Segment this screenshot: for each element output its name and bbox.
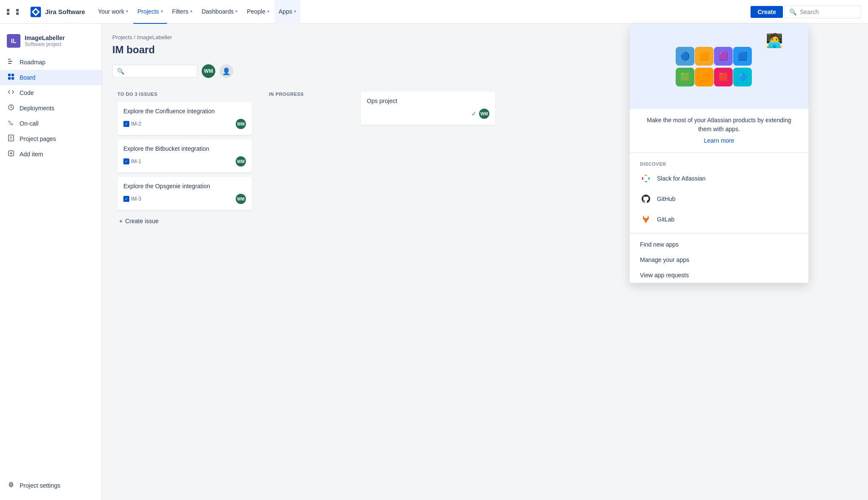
sidebar-label-roadmap: Roadmap <box>20 59 46 66</box>
create-issue-button[interactable]: + Create issue <box>117 214 252 228</box>
issue-card-im2[interactable]: Explore the Confluence integration ✓ IM-… <box>117 102 252 135</box>
svg-rect-24 <box>645 175 646 176</box>
svg-rect-23 <box>642 177 643 178</box>
svg-rect-9 <box>11 77 14 80</box>
chevron-down-icon: ▾ <box>161 9 163 14</box>
breadcrumb-separator: / <box>134 34 137 40</box>
roadmap-icon <box>7 58 15 66</box>
svg-rect-5 <box>8 63 11 64</box>
issue-checkbox: ✓ <box>123 196 129 202</box>
discover-item-label-slack: Slack for Atlassian <box>657 175 705 182</box>
sidebar-item-board[interactable]: Board <box>0 70 102 85</box>
project-header: IL ImageLabeller Software project <box>0 31 102 51</box>
issue-checkbox: ✓ <box>123 158 129 164</box>
issue-card-im3[interactable]: Explore the Opsgenie integration ✓ IM-3 … <box>117 177 252 210</box>
app-tile: 🟩 <box>676 68 694 86</box>
apps-learn-more[interactable]: Learn more <box>630 137 808 149</box>
avatar-group[interactable]: 👤 <box>220 64 233 78</box>
nav-projects[interactable]: Projects ▾ <box>133 0 167 24</box>
sidebar-item-project-settings[interactable]: Project settings <box>0 478 102 493</box>
nav-apps[interactable]: Apps ▾ <box>274 0 300 24</box>
jira-logo[interactable]: Jira Software <box>30 6 85 18</box>
board-icon <box>7 73 15 82</box>
sidebar-label-code: Code <box>20 89 34 96</box>
project-icon: IL <box>7 34 20 48</box>
view-app-requests[interactable]: View app requests <box>630 267 808 283</box>
nav-dashboards[interactable]: Dashboards ▾ <box>197 0 242 24</box>
project-settings-icon <box>7 481 15 490</box>
apps-grid-icon[interactable] <box>7 9 25 15</box>
add-item-icon <box>7 150 15 158</box>
find-new-apps[interactable]: Find new apps <box>630 237 808 252</box>
svg-rect-3 <box>8 59 11 60</box>
sidebar-label-add-item: Add item <box>20 151 43 158</box>
column-todo: TO DO 3 ISSUES Explore the Confluence in… <box>112 86 257 233</box>
sidebar-item-project-pages[interactable]: Project pages <box>0 131 102 147</box>
sidebar-item-roadmap[interactable]: Roadmap <box>0 55 102 70</box>
discover-item-slack[interactable]: Slack for Atlassian <box>630 168 808 189</box>
github-icon <box>640 193 652 205</box>
issue-assignee-avatar: WM <box>236 156 246 167</box>
column-header-todo: TO DO 3 ISSUES <box>117 92 252 97</box>
chevron-down-icon: ▾ <box>126 9 128 14</box>
svg-point-18 <box>10 484 12 486</box>
sidebar-label-project-pages: Project pages <box>20 135 56 142</box>
sidebar-item-add-item[interactable]: Add item <box>0 147 102 162</box>
issue-id: ✓ IM-1 <box>123 158 141 164</box>
logo-text: Jira Software <box>45 8 85 15</box>
create-button[interactable]: Create <box>751 6 783 18</box>
gitlab-icon <box>640 213 652 225</box>
discover-item-gitlab[interactable]: GitLab <box>630 209 808 230</box>
issue-card-im1[interactable]: Explore the Bitbucket integration ✓ IM-1… <box>117 139 252 172</box>
ops-project-card[interactable]: Ops project ✓ WM <box>361 92 495 125</box>
search-bar[interactable]: 🔍 Search <box>785 6 861 18</box>
project-type: Software project <box>25 41 65 47</box>
nav-people[interactable]: People ▾ <box>243 0 274 24</box>
divider <box>630 152 808 153</box>
sidebar: IL ImageLabeller Software project Roadma… <box>0 24 102 500</box>
plus-icon: + <box>119 218 123 224</box>
discover-item-label-github: GitHub <box>657 195 676 202</box>
sidebar-item-code[interactable]: Code <box>0 85 102 101</box>
divider2 <box>630 233 808 233</box>
sidebar-label-oncall: On-call <box>20 120 38 127</box>
ops-project-avatar: WM <box>479 109 489 119</box>
discover-item-github[interactable]: GitHub <box>630 189 808 209</box>
app-tile: 🟧 <box>695 47 714 66</box>
issue-card-title: Explore the Confluence integration <box>123 108 246 115</box>
avatar-wm[interactable]: WM <box>202 64 215 78</box>
nav-your-work[interactable]: Your work ▾ <box>94 0 132 24</box>
issue-card-title: Explore the Opsgenie integration <box>123 183 246 190</box>
nav-filters[interactable]: Filters ▾ <box>168 0 197 24</box>
column-inprogress: IN PROGRESS <box>264 86 349 233</box>
issue-card-title: Explore the Bitbucket integration <box>123 145 246 152</box>
top-navigation: Jira Software Your work ▾ Projects ▾ Fil… <box>0 0 868 24</box>
apps-tagline: Make the most of your Atlassian products… <box>630 109 808 137</box>
nav-items: Your work ▾ Projects ▾ Filters ▾ Dashboa… <box>94 0 745 24</box>
board-search-input[interactable]: 🔍 <box>112 65 197 78</box>
chevron-down-icon: ▾ <box>235 9 237 14</box>
column-header-inprogress: IN PROGRESS <box>269 92 344 97</box>
chevron-down-icon: ▾ <box>190 9 192 14</box>
sidebar-item-deployments[interactable]: Deployments <box>0 101 102 116</box>
app-tile: 🟥 <box>714 68 733 86</box>
app-tile: 🟦 <box>733 47 752 66</box>
app-tile: 🟪 <box>714 47 733 66</box>
svg-rect-8 <box>8 77 11 80</box>
issue-assignee-avatar: WM <box>236 119 246 129</box>
search-icon: 🔍 <box>117 68 124 75</box>
svg-rect-6 <box>8 74 11 76</box>
issue-checkbox: ✓ <box>123 121 129 127</box>
slack-icon <box>640 172 652 184</box>
sidebar-item-oncall[interactable]: On-call <box>0 116 102 131</box>
issue-id: ✓ IM-2 <box>123 121 141 127</box>
app-tile: 🟧 <box>695 68 714 86</box>
illustration-person: 🧑‍💻 <box>766 32 783 49</box>
manage-your-apps[interactable]: Manage your apps <box>630 252 808 267</box>
code-icon <box>7 89 15 97</box>
project-pages-icon <box>7 135 15 143</box>
apps-dropdown: 🔵 🟧 🟪 🟦 🟩 🟧 🟥 🔷 🧑‍💻 Make the most of you… <box>630 24 808 283</box>
breadcrumb-projects[interactable]: Projects <box>112 34 132 40</box>
sidebar-label-deployments: Deployments <box>20 105 54 112</box>
issue-id: ✓ IM-3 <box>123 196 141 202</box>
